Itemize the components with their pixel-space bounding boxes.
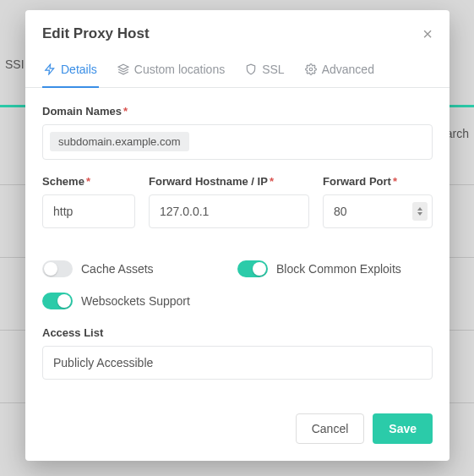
forward-port-label-text: Forward Port <box>323 175 391 188</box>
block-exploits-label: Block Common Exploits <box>276 262 401 276</box>
tab-details-label: Details <box>61 63 97 76</box>
scheme-input[interactable] <box>42 194 135 228</box>
tab-bar: Details Custom locations SSL Advanced <box>25 54 449 88</box>
cache-assets-label: Cache Assets <box>81 262 154 276</box>
domain-chip[interactable]: subdomain.example.com <box>50 132 189 151</box>
cancel-button[interactable]: Cancel <box>296 413 365 444</box>
forward-host-input[interactable] <box>149 194 309 228</box>
block-exploits-toggle-item: Block Common Exploits <box>237 260 433 277</box>
cache-assets-toggle-item: Cache Assets <box>42 260 237 277</box>
forward-row: Scheme* Forward Hostname / IP* Forward P… <box>42 175 433 243</box>
close-button[interactable]: × <box>422 25 433 42</box>
modal-footer: Cancel Save <box>25 400 449 461</box>
access-list-group: Access List <box>42 326 433 380</box>
required-marker: * <box>123 105 128 118</box>
tab-ssl[interactable]: SSL <box>243 54 286 88</box>
required-marker: * <box>270 175 274 188</box>
domain-names-group: Domain Names* subdomain.example.com <box>42 105 433 160</box>
websockets-toggle-item: Websockets Support <box>42 293 237 309</box>
websockets-label: Websockets Support <box>81 294 190 308</box>
stack-icon <box>117 63 129 75</box>
tab-advanced[interactable]: Advanced <box>303 54 376 88</box>
lightning-icon <box>44 63 56 75</box>
tab-advanced-label: Advanced <box>322 63 374 76</box>
access-list-select[interactable] <box>42 346 433 380</box>
required-marker: * <box>86 175 90 188</box>
scheme-group: Scheme* <box>42 175 135 228</box>
forward-port-label: Forward Port* <box>323 175 433 188</box>
forward-host-label: Forward Hostname / IP* <box>149 175 309 188</box>
block-exploits-toggle[interactable] <box>237 260 268 277</box>
save-button[interactable]: Save <box>373 413 433 444</box>
port-stepper[interactable] <box>412 202 428 221</box>
tab-details[interactable]: Details <box>42 54 99 88</box>
scheme-label: Scheme* <box>42 175 135 188</box>
tab-ssl-label: SSL <box>262 63 284 76</box>
modal-title: Edit Proxy Host <box>42 25 150 42</box>
tab-custom-locations-label: Custom locations <box>134 63 225 76</box>
edit-proxy-host-modal: Edit Proxy Host × Details Custom locatio… <box>25 10 449 461</box>
scheme-label-text: Scheme <box>42 175 84 188</box>
modal-body: Domain Names* subdomain.example.com Sche… <box>25 88 449 400</box>
domain-names-input[interactable]: subdomain.example.com <box>42 124 433 160</box>
svg-point-0 <box>309 68 313 71</box>
tab-custom-locations[interactable]: Custom locations <box>116 54 226 88</box>
close-icon: × <box>422 25 433 43</box>
forward-host-group: Forward Hostname / IP* <box>149 175 309 228</box>
forward-port-group: Forward Port* <box>323 175 433 228</box>
websockets-toggle[interactable] <box>42 293 73 309</box>
modal-header: Edit Proxy Host × <box>25 10 449 54</box>
cache-assets-toggle[interactable] <box>42 260 73 277</box>
shield-icon <box>245 63 257 75</box>
gear-icon <box>305 63 317 75</box>
backdrop-text-left: SSI <box>5 57 25 71</box>
domain-names-label-text: Domain Names <box>42 105 122 118</box>
required-marker: * <box>393 175 397 188</box>
domain-names-label: Domain Names* <box>42 105 433 118</box>
toggle-row: Cache Assets Block Common Exploits Webso… <box>42 260 433 309</box>
access-list-label: Access List <box>42 326 433 339</box>
forward-host-label-text: Forward Hostname / IP <box>149 175 268 188</box>
